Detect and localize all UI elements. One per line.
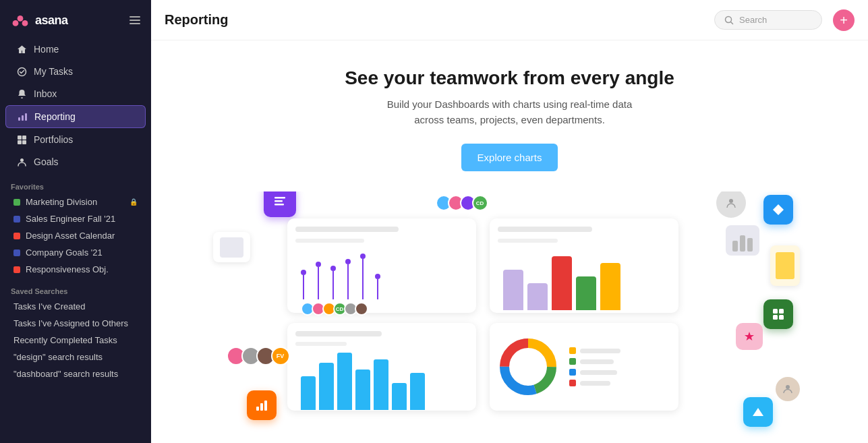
legend-color-3 — [569, 369, 576, 376]
favorite-dot — [13, 266, 20, 273]
check-circle-icon — [16, 66, 27, 77]
saved-search-dashboard[interactable]: "dashboard" search results — [3, 365, 148, 382]
lock-icon: 🔒 — [129, 198, 138, 206]
favorite-item-sales[interactable]: Sales Engineer Fall '21 — [3, 210, 148, 227]
line-col-1 — [301, 270, 306, 299]
add-button[interactable]: + — [833, 9, 855, 31]
favorite-label: Marketing Division — [26, 197, 97, 207]
favorite-label: Sales Engineer Fall '21 — [26, 214, 115, 224]
svg-rect-9 — [18, 140, 22, 144]
person-avatar-top — [716, 191, 746, 218]
bar-chart-icon — [17, 111, 28, 122]
favorite-item-marketing[interactable]: Marketing Division 🔒 — [3, 194, 148, 210]
sidebar-menu-button[interactable] — [127, 13, 143, 27]
task-purple-badge — [264, 191, 296, 217]
favorite-item-company-goals[interactable]: Company Goals '21 — [3, 244, 148, 261]
mini-bar-icon — [726, 225, 759, 256]
grid-icon — [16, 134, 27, 145]
saved-search-design[interactable]: "design" search results — [3, 349, 148, 365]
svg-point-1 — [13, 20, 19, 26]
bar-purple-2 — [527, 283, 548, 310]
svg-rect-26 — [256, 407, 259, 411]
saved-search-label: "design" search results — [13, 352, 103, 362]
saved-search-tasks-assigned[interactable]: Tasks I've Assigned to Others — [3, 315, 148, 332]
bar-purple-1 — [503, 270, 523, 310]
favorites-list: Marketing Division 🔒 Sales Engineer Fall… — [0, 194, 151, 278]
chart-card-blue-bars — [287, 323, 476, 411]
home-icon — [16, 44, 27, 55]
svg-point-29 — [786, 385, 790, 389]
legend-item-4 — [569, 380, 620, 386]
hero-subtitle: Build your Dashboards with charts using … — [375, 97, 645, 127]
favorite-label: Responsiveness Obj. — [26, 264, 109, 274]
main-content: Reporting Search + See your teamwork fro… — [151, 0, 868, 443]
page-title: Reporting — [165, 12, 703, 28]
chart-card-donut — [490, 323, 678, 411]
favorite-label: Design Asset Calendar — [26, 231, 115, 241]
svg-point-2 — [22, 20, 28, 26]
svg-rect-17 — [773, 309, 778, 314]
pink-star-badge — [736, 323, 763, 350]
sidebar-item-goals[interactable]: Goals — [5, 151, 146, 173]
avatar-bottom-4: FV — [271, 347, 290, 365]
sidebar-item-reporting[interactable]: Reporting — [5, 105, 146, 128]
sidebar-item-inbox-label: Inbox — [34, 88, 57, 99]
triangle-badge — [743, 397, 773, 427]
svg-rect-14 — [274, 200, 283, 202]
svg-rect-15 — [274, 204, 284, 206]
explore-charts-button[interactable]: Explore charts — [461, 144, 558, 171]
line-col-3 — [330, 266, 336, 299]
sidebar-item-home-label: Home — [34, 44, 59, 55]
bar-chart-blue — [295, 353, 468, 410]
avatar-group-bottom: FV — [227, 347, 290, 365]
favorite-dot — [13, 216, 20, 223]
avatar-group-top: CD — [436, 195, 488, 211]
chart-avatar-6 — [355, 302, 368, 316]
svg-rect-27 — [260, 403, 263, 411]
main-nav: Home My Tasks Inbox Reporting Portfolios — [0, 38, 151, 173]
saved-search-label: Tasks I've Created — [13, 301, 86, 312]
favorite-item-responsiveness[interactable]: Responsiveness Obj. — [3, 261, 148, 278]
favorite-dot — [13, 233, 20, 239]
svg-rect-28 — [264, 401, 267, 411]
legend-item-2 — [569, 358, 620, 365]
line-col-4 — [345, 259, 351, 299]
svg-rect-4 — [18, 117, 20, 121]
asana-logo: asana — [11, 11, 68, 30]
bar-blue-7 — [410, 373, 425, 410]
saved-search-label: "dashboard" search results — [13, 369, 118, 379]
donut-legend — [569, 347, 620, 386]
saved-search-label: Tasks I've Assigned to Others — [13, 318, 128, 328]
bar-blue-2 — [319, 363, 334, 410]
sidebar-item-portfolios-label: Portfolios — [34, 134, 73, 145]
sidebar-item-my-tasks-label: My Tasks — [34, 66, 73, 77]
saved-search-recently-completed[interactable]: Recently Completed Tasks — [3, 332, 148, 349]
sidebar-header: asana — [0, 0, 151, 38]
sidebar-item-inbox[interactable]: Inbox — [5, 83, 146, 105]
chart-avatar-row: CD — [295, 302, 468, 316]
sidebar-item-home[interactable]: Home — [5, 38, 146, 60]
search-bar[interactable]: Search — [714, 10, 822, 30]
diamond-badge — [763, 195, 793, 225]
line-col-6 — [375, 274, 380, 299]
sidebar-item-my-tasks[interactable]: My Tasks — [5, 61, 146, 82]
svg-rect-18 — [779, 309, 784, 314]
bar-yellow — [600, 263, 620, 310]
bar-red — [552, 256, 572, 310]
small-card-left — [213, 232, 250, 262]
legend-color-4 — [569, 380, 576, 386]
hero-section: See your teamwork from every angle Build… — [151, 40, 868, 443]
chart-card-line: CD — [287, 218, 476, 313]
favorite-item-design[interactable]: Design Asset Calendar — [3, 227, 148, 244]
bar-blue-4 — [355, 370, 370, 410]
search-placeholder: Search — [739, 15, 767, 25]
svg-point-16 — [729, 199, 733, 203]
legend-item-1 — [569, 347, 620, 354]
sidebar-item-portfolios[interactable]: Portfolios — [5, 129, 146, 150]
svg-rect-7 — [18, 136, 22, 140]
legend-item-3 — [569, 369, 620, 376]
saved-search-tasks-created[interactable]: Tasks I've Created — [3, 298, 148, 315]
legend-line-1 — [580, 349, 620, 353]
favorite-dot — [13, 199, 20, 206]
legend-color-2 — [569, 358, 576, 365]
